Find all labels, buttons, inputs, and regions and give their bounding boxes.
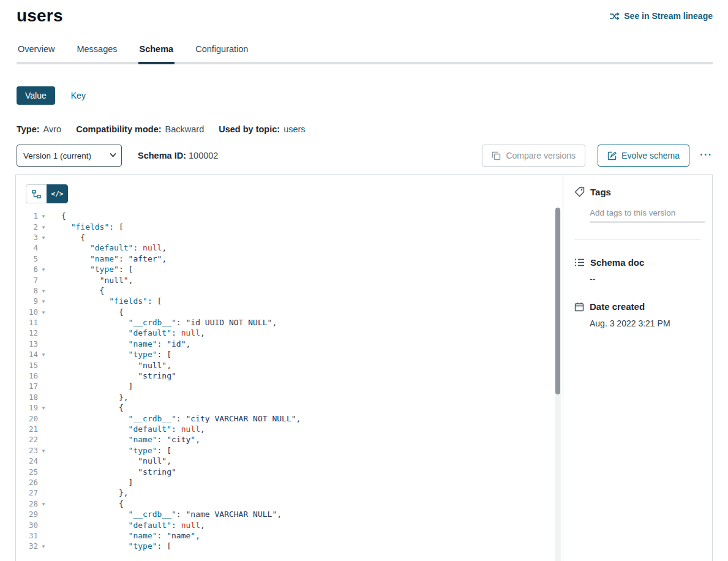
schema-toolbar: Version 1 (current) Schema ID: 100002 Co… <box>17 145 713 167</box>
fold-toggle-icon[interactable]: ▼ <box>38 447 49 454</box>
fold-spacer <box>38 524 49 525</box>
code-content: "__crdb__": "id UUID NOT NULL", <box>49 318 277 327</box>
line-number: 17 <box>16 382 38 391</box>
code-content: }, <box>49 393 129 402</box>
tab-messages[interactable]: Messages <box>75 44 118 64</box>
fold-toggle-icon[interactable]: ▼ <box>38 351 49 358</box>
more-options-button[interactable]: ⋯ <box>699 148 713 164</box>
fold-toggle-icon[interactable]: ▼ <box>38 224 49 230</box>
key-toggle-button[interactable]: Key <box>71 91 86 100</box>
schema-doc-section: Schema doc -- <box>574 257 701 284</box>
fold-toggle-icon[interactable]: ▼ <box>38 266 49 273</box>
fold-spacer <box>38 364 49 366</box>
code-line: 23▼ "type": [ <box>16 445 563 456</box>
schema-id: Schema ID: 100002 <box>138 151 218 160</box>
schema-meta: Type: Avro Compatibility mode: Backward … <box>17 124 728 134</box>
fold-spacer <box>38 535 49 536</box>
version-select[interactable]: Version 1 (current) <box>17 145 122 167</box>
code-content: "name": "city", <box>49 435 200 444</box>
date-created-section: Date created Aug. 3 2022 3:21 PM <box>574 301 701 328</box>
code-area: 1▼{2▼ "fields": [3▼ {4 "default": null,5… <box>16 211 563 552</box>
value-toggle-button[interactable]: Value <box>17 86 55 105</box>
schema-doc-title: Schema doc <box>590 257 644 268</box>
fold-toggle-icon[interactable]: ▼ <box>38 298 49 304</box>
fold-toggle-icon[interactable]: ▼ <box>38 287 49 294</box>
code-content: "default": null, <box>49 424 205 434</box>
code-line: 25 "string" <box>16 466 563 476</box>
tree-view-button[interactable] <box>26 184 47 203</box>
code-content: "type": [ <box>49 541 171 551</box>
code-content: "fields": [ <box>49 222 124 232</box>
tab-configuration[interactable]: Configuration <box>194 44 249 64</box>
fold-toggle-icon[interactable]: ▼ <box>38 543 49 549</box>
type-value: Avro <box>43 124 62 134</box>
line-number: 9 <box>16 296 38 306</box>
line-number: 30 <box>16 521 38 530</box>
stream-lineage-link[interactable]: See in Stream lineage <box>609 11 713 21</box>
code-content: ] <box>49 382 133 391</box>
fold-toggle-icon[interactable]: ▼ <box>38 234 49 241</box>
compare-versions-label: Compare versions <box>506 151 576 160</box>
topic-link[interactable]: users <box>283 124 305 134</box>
code-line: 32▼ "type": [ <box>16 541 563 551</box>
code-content: "default": null, <box>49 328 205 337</box>
fold-spacer <box>38 439 49 440</box>
code-content: "type": [ <box>49 350 171 359</box>
fold-spacer <box>38 471 49 472</box>
line-number: 29 <box>16 510 38 519</box>
fold-spacer <box>38 481 49 483</box>
compare-versions-button[interactable]: Compare versions <box>482 145 585 167</box>
code-line: 14▼ "type": [ <box>16 349 563 360</box>
fold-spacer <box>38 375 49 377</box>
editor-scrollbar-thumb[interactable] <box>555 208 560 394</box>
code-view-button[interactable]: </> <box>47 184 68 203</box>
line-number: 6 <box>16 265 38 274</box>
code-line: 26 ] <box>16 477 563 488</box>
code-content: }, <box>49 488 129 497</box>
code-line: 3▼ { <box>16 232 563 243</box>
code-line: 4 "default": null, <box>16 243 563 253</box>
line-number: 31 <box>16 531 38 540</box>
code-content: { <box>49 499 124 508</box>
line-number: 25 <box>16 467 38 476</box>
date-created-heading: Date created <box>574 301 701 312</box>
code-content: "default": null, <box>49 521 205 530</box>
code-content: "fields": [ <box>49 296 162 306</box>
code-content: "null", <box>49 361 171 370</box>
code-content: "type": [ <box>49 265 133 274</box>
code-line: 24 "null", <box>16 456 563 466</box>
editor-scrollbar[interactable] <box>555 208 561 561</box>
code-lines: 1▼{2▼ "fields": [3▼ {4 "default": null,5… <box>16 211 563 552</box>
stream-lineage-label: See in Stream lineage <box>624 11 713 21</box>
fold-toggle-icon[interactable]: ▼ <box>38 309 49 315</box>
code-line: 12 "default": null, <box>16 328 563 338</box>
line-number: 12 <box>16 328 38 337</box>
schema-doc-heading: Schema doc <box>574 257 701 268</box>
add-tags-input[interactable] <box>590 206 705 222</box>
code-content: { <box>49 211 66 220</box>
schema-id-label: Schema ID: <box>138 151 186 160</box>
code-line: 16 "string" <box>16 371 563 381</box>
fold-spacer <box>38 418 49 419</box>
schema-id-value: 100002 <box>189 151 218 160</box>
line-number: 21 <box>16 424 38 434</box>
fold-toggle-icon[interactable]: ▼ <box>38 213 49 219</box>
fold-toggle-icon[interactable]: ▼ <box>38 500 49 507</box>
line-number: 23 <box>16 446 38 455</box>
evolve-schema-button[interactable]: Evolve schema <box>598 145 689 167</box>
line-number: 7 <box>16 276 38 285</box>
line-number: 8 <box>16 286 38 295</box>
tree-view-icon <box>32 190 42 198</box>
fold-toggle-icon[interactable]: ▼ <box>38 404 49 411</box>
fold-spacer <box>38 279 49 280</box>
code-content: "string" <box>49 371 176 380</box>
code-line: 30 "default": null, <box>16 519 563 530</box>
line-number: 13 <box>16 339 38 348</box>
tab-overview[interactable]: Overview <box>17 44 56 64</box>
line-number: 11 <box>16 318 38 327</box>
line-number: 19 <box>16 403 38 412</box>
code-content: "default": null, <box>49 243 167 252</box>
evolve-schema-label: Evolve schema <box>621 151 680 160</box>
fold-spacer <box>38 386 49 387</box>
tab-schema[interactable]: Schema <box>138 44 175 64</box>
